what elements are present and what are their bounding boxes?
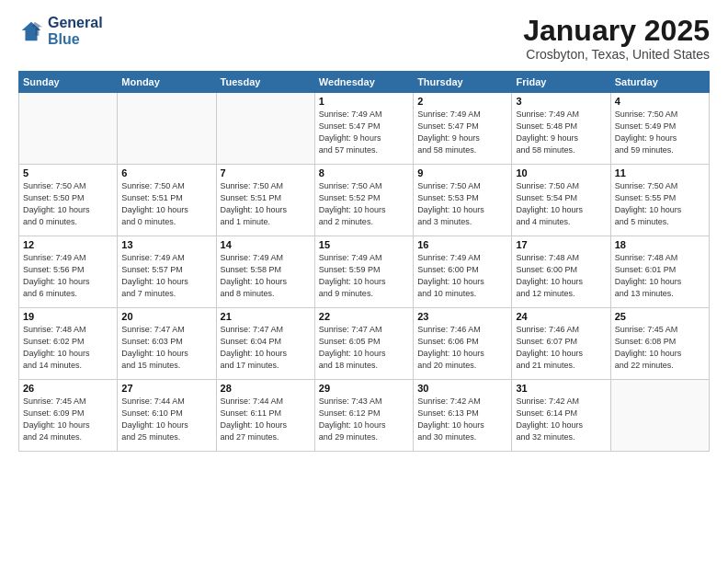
- day-number: 12: [23, 239, 113, 250]
- day-info: Sunrise: 7:50 AM Sunset: 5:51 PM Dayligh…: [221, 180, 311, 228]
- day-cell: 27Sunrise: 7:44 AM Sunset: 6:10 PM Dayli…: [118, 380, 216, 452]
- day-number: 30: [417, 383, 507, 394]
- day-info: Sunrise: 7:42 AM Sunset: 6:14 PM Dayligh…: [516, 396, 606, 443]
- logo-icon: [18, 18, 44, 44]
- day-cell: 19Sunrise: 7:48 AM Sunset: 6:02 PM Dayli…: [19, 308, 118, 380]
- day-number: 17: [516, 239, 606, 250]
- week-row-2: 5Sunrise: 7:50 AM Sunset: 5:50 PM Daylig…: [19, 165, 710, 236]
- day-info: Sunrise: 7:43 AM Sunset: 6:12 PM Dayligh…: [319, 396, 409, 443]
- header: General Blue January 2025 Crosbyton, Tex…: [18, 15, 710, 62]
- day-cell: 12Sunrise: 7:49 AM Sunset: 5:56 PM Dayli…: [19, 236, 118, 308]
- day-info: Sunrise: 7:49 AM Sunset: 5:47 PM Dayligh…: [417, 109, 507, 156]
- day-info: Sunrise: 7:49 AM Sunset: 5:59 PM Dayligh…: [319, 252, 409, 300]
- day-info: Sunrise: 7:50 AM Sunset: 5:52 PM Dayligh…: [319, 180, 409, 228]
- day-info: Sunrise: 7:49 AM Sunset: 5:57 PM Dayligh…: [121, 252, 211, 300]
- day-number: 20: [121, 311, 211, 322]
- week-row-4: 19Sunrise: 7:48 AM Sunset: 6:02 PM Dayli…: [19, 308, 710, 380]
- weekday-friday: Friday: [512, 72, 610, 93]
- day-cell: 30Sunrise: 7:42 AM Sunset: 6:13 PM Dayli…: [414, 380, 512, 452]
- week-row-1: 1Sunrise: 7:49 AM Sunset: 5:47 PM Daylig…: [19, 93, 710, 165]
- day-cell: 26Sunrise: 7:45 AM Sunset: 6:09 PM Dayli…: [19, 380, 118, 452]
- day-cell: 28Sunrise: 7:44 AM Sunset: 6:11 PM Dayli…: [216, 380, 314, 452]
- day-info: Sunrise: 7:45 AM Sunset: 6:08 PM Dayligh…: [615, 324, 705, 372]
- weekday-wednesday: Wednesday: [314, 72, 413, 93]
- calendar-subtitle: Crosbyton, Texas, United States: [523, 47, 710, 62]
- day-cell: 16Sunrise: 7:49 AM Sunset: 6:00 PM Dayli…: [414, 236, 512, 308]
- day-cell: 22Sunrise: 7:47 AM Sunset: 6:05 PM Dayli…: [314, 308, 413, 380]
- day-cell: 10Sunrise: 7:50 AM Sunset: 5:54 PM Dayli…: [512, 165, 610, 236]
- day-number: 10: [516, 167, 606, 178]
- logo: General Blue: [18, 15, 103, 49]
- day-info: Sunrise: 7:48 AM Sunset: 6:02 PM Dayligh…: [23, 324, 113, 372]
- day-number: 9: [417, 167, 507, 178]
- day-info: Sunrise: 7:46 AM Sunset: 6:06 PM Dayligh…: [417, 324, 507, 372]
- day-cell: 2Sunrise: 7:49 AM Sunset: 5:47 PM Daylig…: [414, 93, 512, 165]
- day-info: Sunrise: 7:42 AM Sunset: 6:13 PM Dayligh…: [417, 396, 507, 443]
- day-number: 24: [516, 311, 606, 322]
- day-cell: 1Sunrise: 7:49 AM Sunset: 5:47 PM Daylig…: [314, 93, 413, 165]
- weekday-header-row: SundayMondayTuesdayWednesdayThursdayFrid…: [19, 72, 710, 93]
- day-number: 15: [319, 239, 409, 250]
- day-cell: 8Sunrise: 7:50 AM Sunset: 5:52 PM Daylig…: [314, 165, 413, 236]
- day-info: Sunrise: 7:49 AM Sunset: 5:48 PM Dayligh…: [516, 109, 606, 156]
- day-number: 23: [417, 311, 507, 322]
- day-cell: 5Sunrise: 7:50 AM Sunset: 5:50 PM Daylig…: [19, 165, 118, 236]
- day-info: Sunrise: 7:49 AM Sunset: 6:00 PM Dayligh…: [417, 252, 507, 300]
- day-number: 26: [23, 383, 113, 394]
- day-cell: 18Sunrise: 7:48 AM Sunset: 6:01 PM Dayli…: [610, 236, 709, 308]
- day-cell: 9Sunrise: 7:50 AM Sunset: 5:53 PM Daylig…: [414, 165, 512, 236]
- day-info: Sunrise: 7:45 AM Sunset: 6:09 PM Dayligh…: [23, 396, 113, 443]
- day-number: 25: [615, 311, 705, 322]
- day-number: 22: [319, 311, 409, 322]
- page: General Blue January 2025 Crosbyton, Tex…: [0, 0, 728, 563]
- day-info: Sunrise: 7:44 AM Sunset: 6:11 PM Dayligh…: [221, 396, 311, 443]
- day-cell: 4Sunrise: 7:50 AM Sunset: 5:49 PM Daylig…: [610, 93, 709, 165]
- day-cell: 11Sunrise: 7:50 AM Sunset: 5:55 PM Dayli…: [610, 165, 709, 236]
- day-number: 5: [23, 167, 113, 178]
- day-cell: 31Sunrise: 7:42 AM Sunset: 6:14 PM Dayli…: [512, 380, 610, 452]
- day-cell: 3Sunrise: 7:49 AM Sunset: 5:48 PM Daylig…: [512, 93, 610, 165]
- day-number: 18: [615, 239, 705, 250]
- day-cell: [19, 93, 118, 165]
- weekday-tuesday: Tuesday: [216, 72, 314, 93]
- day-number: 4: [615, 96, 705, 107]
- calendar-title: January 2025: [523, 15, 710, 47]
- weekday-saturday: Saturday: [610, 72, 709, 93]
- day-number: 13: [121, 239, 211, 250]
- day-info: Sunrise: 7:49 AM Sunset: 5:56 PM Dayligh…: [23, 252, 113, 300]
- day-number: 7: [221, 167, 311, 178]
- day-info: Sunrise: 7:50 AM Sunset: 5:51 PM Dayligh…: [121, 180, 211, 228]
- week-row-5: 26Sunrise: 7:45 AM Sunset: 6:09 PM Dayli…: [19, 380, 710, 452]
- day-number: 21: [221, 311, 311, 322]
- title-block: January 2025 Crosbyton, Texas, United St…: [523, 15, 710, 62]
- day-info: Sunrise: 7:49 AM Sunset: 5:47 PM Dayligh…: [319, 109, 409, 156]
- day-info: Sunrise: 7:49 AM Sunset: 5:58 PM Dayligh…: [221, 252, 311, 300]
- day-cell: 23Sunrise: 7:46 AM Sunset: 6:06 PM Dayli…: [414, 308, 512, 380]
- day-info: Sunrise: 7:44 AM Sunset: 6:10 PM Dayligh…: [121, 396, 211, 443]
- day-number: 28: [221, 383, 311, 394]
- day-cell: [118, 93, 216, 165]
- weekday-sunday: Sunday: [19, 72, 118, 93]
- day-info: Sunrise: 7:47 AM Sunset: 6:03 PM Dayligh…: [121, 324, 211, 372]
- day-number: 3: [516, 96, 606, 107]
- weekday-monday: Monday: [118, 72, 216, 93]
- day-number: 2: [417, 96, 507, 107]
- week-row-3: 12Sunrise: 7:49 AM Sunset: 5:56 PM Dayli…: [19, 236, 710, 308]
- day-number: 29: [319, 383, 409, 394]
- day-number: 27: [121, 383, 211, 394]
- day-cell: 14Sunrise: 7:49 AM Sunset: 5:58 PM Dayli…: [216, 236, 314, 308]
- day-info: Sunrise: 7:48 AM Sunset: 6:01 PM Dayligh…: [615, 252, 705, 300]
- day-number: 11: [615, 167, 705, 178]
- day-info: Sunrise: 7:48 AM Sunset: 6:00 PM Dayligh…: [516, 252, 606, 300]
- day-cell: 21Sunrise: 7:47 AM Sunset: 6:04 PM Dayli…: [216, 308, 314, 380]
- day-info: Sunrise: 7:50 AM Sunset: 5:50 PM Dayligh…: [23, 180, 113, 228]
- day-number: 6: [121, 167, 211, 178]
- weekday-thursday: Thursday: [414, 72, 512, 93]
- day-cell: 25Sunrise: 7:45 AM Sunset: 6:08 PM Dayli…: [610, 308, 709, 380]
- day-cell: 6Sunrise: 7:50 AM Sunset: 5:51 PM Daylig…: [118, 165, 216, 236]
- day-number: 8: [319, 167, 409, 178]
- calendar-table: SundayMondayTuesdayWednesdayThursdayFrid…: [18, 71, 710, 452]
- day-cell: [216, 93, 314, 165]
- day-info: Sunrise: 7:50 AM Sunset: 5:55 PM Dayligh…: [615, 180, 705, 228]
- day-cell: 17Sunrise: 7:48 AM Sunset: 6:00 PM Dayli…: [512, 236, 610, 308]
